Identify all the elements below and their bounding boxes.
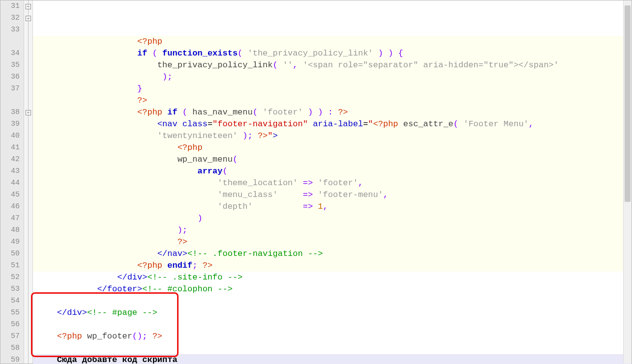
- line-number: 53: [0, 283, 20, 295]
- line-number: 34: [0, 48, 20, 59]
- line-number: 44: [0, 177, 20, 189]
- line-number: 39: [0, 118, 20, 130]
- code-line[interactable]: </nav><!-- .footer-navigation -->: [33, 248, 632, 260]
- code-line[interactable]: [33, 342, 632, 354]
- line-number: 54: [0, 295, 20, 307]
- code-line[interactable]: </div><!-- .site-info -->: [33, 272, 632, 283]
- code-line[interactable]: <?php endif; ?>: [33, 260, 632, 272]
- code-line[interactable]: array(: [33, 166, 632, 177]
- line-number: 43: [0, 166, 20, 177]
- line-number: 59: [0, 354, 20, 364]
- code-line[interactable]: 'menu_class' => 'footer-menu',: [33, 189, 632, 201]
- code-line[interactable]: 'twentynineteen' ); ?>">: [33, 130, 632, 142]
- code-line[interactable]: <?php: [33, 36, 632, 48]
- line-number-gutter[interactable]: 3132333435363738394041424344454647484950…: [0, 0, 24, 364]
- code-line[interactable]: ): [33, 213, 632, 224]
- line-number: 46: [0, 201, 20, 213]
- line-number: 36: [0, 71, 20, 83]
- code-line[interactable]: ?>: [33, 236, 632, 248]
- vertical-scrollbar[interactable]: [623, 0, 632, 364]
- line-number: [0, 36, 20, 48]
- line-number: 40: [0, 130, 20, 142]
- line-number: 58: [0, 342, 20, 354]
- scrollbar-thumb[interactable]: [625, 5, 631, 202]
- line-number: 48: [0, 224, 20, 236]
- code-line[interactable]: <?php wp_footer(); ?>: [33, 331, 632, 342]
- line-number: 45: [0, 189, 20, 201]
- code-line[interactable]: wp_nav_menu(: [33, 154, 632, 166]
- code-line[interactable]: </footer><!-- #colophon -->: [33, 283, 632, 295]
- line-number: 35: [0, 59, 20, 71]
- code-line[interactable]: <?php: [33, 142, 632, 154]
- line-number: 47: [0, 213, 20, 224]
- line-number: 33: [0, 24, 20, 36]
- line-number: 31: [0, 0, 20, 12]
- code-line[interactable]: Сюда добавте код скрипта: [33, 354, 632, 364]
- code-line[interactable]: [33, 295, 632, 307]
- code-line[interactable]: ?>: [33, 95, 632, 107]
- code-area[interactable]: <?php if ( function_exists( 'the_privacy…: [33, 0, 632, 364]
- line-number: 49: [0, 236, 20, 248]
- code-line[interactable]: <nav class="footer-navigation" aria-labe…: [33, 118, 632, 130]
- line-number: 56: [0, 319, 20, 331]
- line-number: 37: [0, 83, 20, 95]
- line-number: 50: [0, 248, 20, 260]
- line-number: 52: [0, 272, 20, 283]
- line-number: 41: [0, 142, 20, 154]
- code-line[interactable]: [33, 319, 632, 331]
- line-number: 32: [0, 12, 20, 24]
- fold-gutter[interactable]: [24, 0, 33, 364]
- code-line[interactable]: if ( function_exists( 'the_privacy_polic…: [33, 48, 632, 59]
- line-number: [0, 95, 20, 107]
- code-line[interactable]: </div><!-- #page -->: [33, 307, 632, 319]
- line-number: 55: [0, 307, 20, 319]
- code-line[interactable]: <?php if ( has_nav_menu( 'footer' ) ) : …: [33, 107, 632, 118]
- line-number: 51: [0, 260, 20, 272]
- code-line[interactable]: 'depth' => 1,: [33, 201, 632, 213]
- code-line[interactable]: }: [33, 83, 632, 95]
- code-line[interactable]: );: [33, 71, 632, 83]
- code-line[interactable]: the_privacy_policy_link( '', '<span role…: [33, 59, 632, 71]
- line-number: 38: [0, 107, 20, 118]
- code-line[interactable]: 'theme_location' => 'footer',: [33, 177, 632, 189]
- line-number: 57: [0, 331, 20, 342]
- code-line[interactable]: );: [33, 224, 632, 236]
- code-editor: 3132333435363738394041424344454647484950…: [0, 0, 632, 364]
- line-number: 42: [0, 154, 20, 166]
